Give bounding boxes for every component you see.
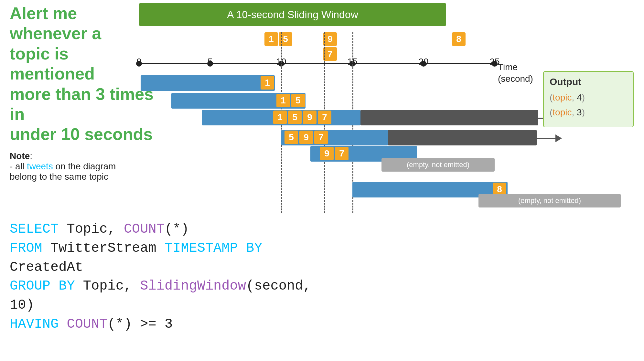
- bar2-badge5: 5: [291, 94, 305, 107]
- bar3-badge1: 1: [273, 111, 287, 124]
- kw-sliding-window: SlidingWindow: [140, 278, 246, 294]
- kw-from: FROM: [10, 240, 42, 256]
- bar-4-arrow: [537, 138, 556, 139]
- output-item-1: (topic, 4): [550, 92, 627, 103]
- bar-4-blue: 5 9 7: [281, 130, 388, 145]
- sql-section: SELECT Topic, COUNT(*) FROM TwitterStrea…: [10, 220, 333, 334]
- kw-count-1: COUNT: [124, 221, 165, 237]
- bar5-badge9: 9: [320, 147, 334, 160]
- note-text1: - all: [10, 161, 27, 171]
- kw-group-by: GROUP BY: [10, 278, 75, 294]
- note-section: Note: - all tweets on the diagram belong…: [10, 151, 155, 182]
- bar-5-empty: (empty, not emitted): [381, 158, 495, 172]
- tick-label-0: 0: [136, 57, 142, 67]
- sql-line-1: SELECT Topic, COUNT(*): [10, 220, 333, 239]
- badge-1-timeline: 1: [264, 32, 278, 46]
- note-text2: on the diagram: [53, 161, 116, 171]
- empty-label-2: (empty, not emitted): [518, 196, 581, 205]
- alert-line3: more than 3 times in: [10, 85, 154, 123]
- tick-label-5: 5: [208, 57, 213, 67]
- header-bar-text: A 10-second Sliding Window: [227, 9, 358, 21]
- time-label: Time (second): [498, 61, 533, 85]
- bar-2: 1 5: [171, 93, 306, 109]
- alert-text: Alert me whenever a topic is mentioned m…: [10, 3, 155, 144]
- alert-line1: Alert me whenever a: [10, 4, 101, 43]
- sql-line-4: HAVING COUNT(*) >= 3: [10, 315, 333, 334]
- output-panel: Output (topic, 4) (topic, 3): [543, 71, 634, 127]
- diagram-area: A 10-second Sliding Window 1 5 9 7 8 0 5…: [139, 3, 634, 229]
- kw-select: SELECT: [10, 221, 59, 237]
- alert-line4: under 10 seconds: [10, 125, 153, 143]
- kw-timestamp-by: TIMESTAMP BY: [165, 240, 262, 256]
- header-bar: A 10-second Sliding Window: [139, 3, 446, 26]
- bar-6-empty: (empty, not emitted): [478, 194, 621, 207]
- kw-count-2: COUNT: [67, 316, 107, 332]
- timeline-axis: [139, 63, 495, 64]
- bar3-badge9: 9: [303, 111, 317, 124]
- tick-label-20: 20: [418, 57, 428, 67]
- kw-having: HAVING: [10, 316, 59, 332]
- bar1-badge1: 1: [261, 76, 274, 90]
- bar5-badge7: 7: [335, 147, 349, 160]
- bar3-badge5: 5: [288, 111, 302, 124]
- bar-1: 1: [141, 75, 275, 91]
- sql-line-3: GROUP BY Topic, SlidingWindow(second, 10…: [10, 277, 333, 315]
- sql-line-2: FROM TwitterStream TIMESTAMP BY CreatedA…: [10, 239, 333, 277]
- bar2-badge1: 1: [276, 94, 290, 107]
- bar4-badge7: 7: [314, 131, 328, 144]
- bar3-badge7: 7: [318, 111, 331, 124]
- badge-5-timeline: 5: [279, 32, 292, 46]
- bar-4-gray: [388, 130, 537, 145]
- note-label: Note: [10, 151, 30, 161]
- badge-9-timeline: 9: [323, 32, 337, 46]
- empty-label-1: (empty, not emitted): [407, 161, 469, 169]
- badge-8-timeline: 8: [452, 32, 466, 46]
- badge-7-timeline: 7: [323, 47, 337, 61]
- alert-line2: topic is mentioned: [10, 44, 95, 83]
- bar4-badge5: 5: [284, 131, 298, 144]
- note-text3: belong to the same topic: [10, 172, 108, 182]
- bar-3-blue: 1 5 9 7: [202, 110, 360, 125]
- output-item-2: (topic, 3): [550, 107, 627, 118]
- tweets-link: tweets: [27, 161, 53, 171]
- output-title: Output: [550, 76, 627, 87]
- bar-3-gray: [360, 110, 538, 125]
- left-panel: Alert me whenever a topic is mentioned m…: [10, 3, 155, 182]
- bar4-badge9: 9: [299, 131, 313, 144]
